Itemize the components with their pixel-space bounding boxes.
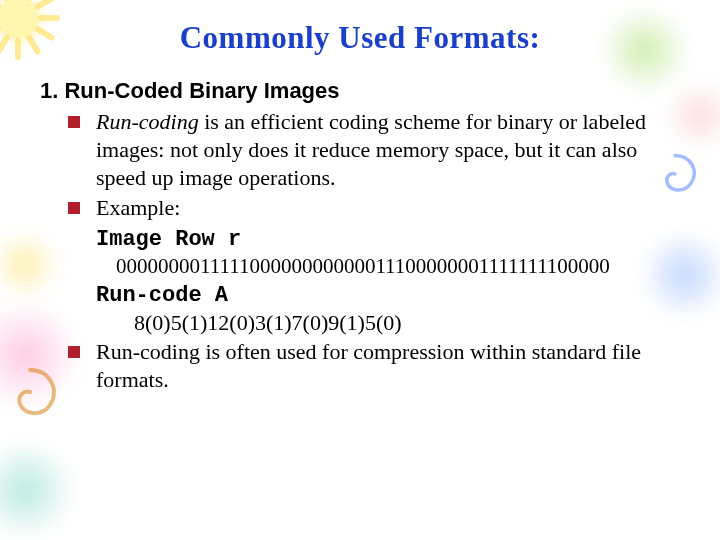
list-item: Example: — [68, 194, 680, 222]
section-number: 1. — [40, 78, 58, 103]
section-heading-text: Run‑Coded Binary Images — [64, 78, 339, 103]
bullet-list: Run‑coding is often used for compression… — [40, 338, 680, 394]
color-blob — [0, 440, 75, 540]
emphasis-text: Run‑coding — [96, 109, 199, 134]
list-item: Run‑coding is an efficient coding scheme… — [68, 108, 680, 192]
example-label: Example: — [96, 195, 180, 220]
section-heading: 1. Run‑Coded Binary Images — [40, 78, 680, 104]
slide-content: Commonly Used Formats: 1. Run‑Coded Bina… — [0, 0, 720, 394]
body-text: Run‑coding is often used for compression… — [96, 339, 641, 392]
bullet-list: Run‑coding is an efficient coding scheme… — [40, 108, 680, 223]
image-row-label: Image Row r — [40, 225, 680, 252]
slide-title: Commonly Used Formats: — [40, 20, 680, 56]
binary-string: 0000000011111000000000000111000000011111… — [40, 254, 680, 279]
list-item: Run‑coding is often used for compression… — [68, 338, 680, 394]
runcode-value: 8(0)5(1)12(0)3(1)7(0)9(1)5(0) — [40, 310, 680, 336]
runcode-label: Run‑code A — [40, 281, 680, 308]
